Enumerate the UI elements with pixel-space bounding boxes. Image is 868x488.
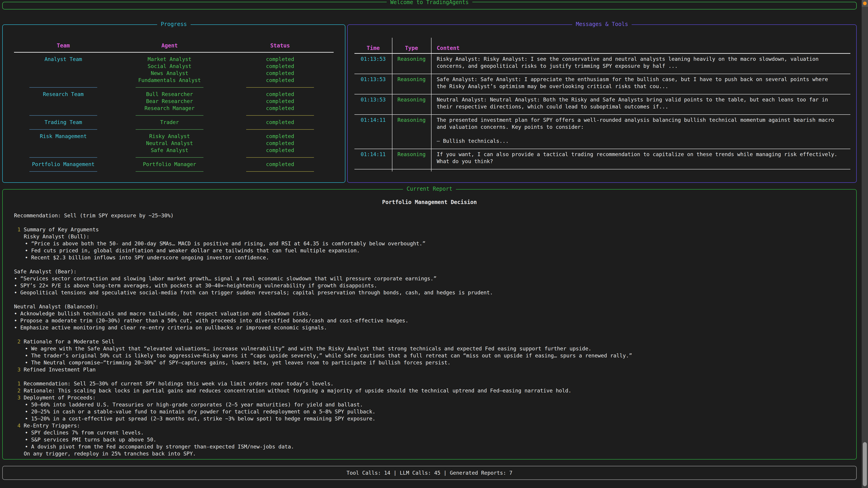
time-cell: 01:13:53 (354, 96, 392, 110)
separator-status (246, 157, 314, 158)
report-line: 3 Deployment of Proceeds: (3, 394, 856, 401)
report-line (3, 261, 856, 268)
progress-row: Trading TeamTradercompleted (13, 119, 334, 126)
column-header-type: Type (392, 45, 431, 51)
status-cell: completed (226, 70, 334, 77)
content-line: – Bullish technicals... (437, 138, 844, 144)
separator-team (29, 129, 97, 130)
separator-status (246, 115, 314, 116)
report-line: • We agree with the Safe Analyst that “e… (3, 345, 856, 352)
list-number: 1 (18, 381, 21, 387)
content-cell: Risky Analyst: Risky Analyst: I see the … (431, 56, 850, 70)
scrollbar-track[interactable] (862, 0, 868, 488)
report-line: • Fed cuts priced in, global disinflatio… (3, 247, 856, 254)
message-rows: 01:13:53ReasoningRisky Analyst: Risky An… (354, 54, 850, 169)
separator-team (29, 157, 97, 158)
time-cell: 01:13:53 (354, 56, 392, 70)
progress-row: News Analystcompleted (13, 70, 334, 77)
messages-table: Time Type Content 01:13:53ReasoningRisky… (354, 38, 850, 169)
agent-cell: Safe Analyst (113, 147, 226, 154)
column-header-agent: Agent (113, 41, 226, 50)
report-line: 1 Recommendation: Sell 25–30% of current… (3, 380, 856, 387)
separator-agent (135, 129, 204, 130)
progress-row: Fundamentals Analystcompleted (13, 77, 334, 84)
content-line: If you want, I can also provide a tactic… (437, 151, 844, 158)
scrollbar-thumb[interactable] (863, 442, 867, 486)
report-line (3, 296, 856, 303)
team-cell: Trading Team (13, 119, 113, 126)
team-cell (13, 63, 113, 70)
report-line: • Recent $2.3 billion inflows into SPY u… (3, 254, 856, 261)
team-cell (13, 147, 113, 154)
column-header-content: Content (431, 45, 850, 51)
type-cell: Reasoning (392, 96, 431, 110)
separator-cell (13, 129, 113, 130)
separator-cell (226, 171, 334, 172)
welcome-panel: Welcome to TradingAgents (2, 2, 857, 9)
content-line: their respective directions, which could… (437, 103, 844, 110)
agent-cell: Bear Researcher (113, 98, 226, 105)
status-cell: completed (226, 119, 334, 126)
report-body: Recommendation: Sell (trim SPY exposure … (3, 212, 856, 457)
separator-cell (13, 157, 113, 158)
progress-row: Analyst TeamMarket Analystcompleted (13, 56, 334, 63)
team-cell (13, 105, 113, 112)
time-cell: 01:14:11 (354, 117, 392, 144)
progress-row: Safe Analystcompleted (13, 147, 334, 154)
content-line: and valuation concerns. Key points to co… (437, 124, 844, 131)
column-header-status: Status (226, 41, 334, 50)
type-cell: Reasoning (392, 76, 431, 90)
terminal-screen: Welcome to TradingAgents Progress Team A… (0, 0, 868, 488)
time-cell: 01:13:53 (354, 76, 392, 90)
report-line: • Geopolitical tensions and speculative … (3, 289, 856, 296)
progress-panel-title: Progress (157, 21, 191, 27)
team-cell (13, 77, 113, 84)
status-cell: completed (226, 105, 334, 112)
separator-cell (13, 171, 113, 172)
agent-cell: Social Analyst (113, 63, 226, 70)
separator-cell (226, 157, 334, 158)
separator-cell (113, 87, 226, 88)
list-number: 3 (18, 395, 21, 400)
status-cell: completed (226, 63, 334, 70)
status-bar: Tool Calls: 14 | LLM Calls: 45 | Generat… (2, 466, 857, 480)
progress-panel: Progress Team Agent Status Analyst TeamM… (2, 24, 345, 183)
report-heading: Portfolio Management Decision (3, 199, 856, 205)
separator-team (29, 87, 97, 88)
separator-cell (113, 157, 226, 158)
content-line: The presented investment plan for SPY of… (437, 117, 844, 124)
scroll-top-button[interactable] (862, 0, 868, 7)
agent-cell: Neutral Analyst (113, 140, 226, 147)
report-line: Safe Analyst (Bear): (3, 268, 856, 275)
report-line (3, 219, 856, 226)
type-cell: Reasoning (392, 117, 431, 144)
list-number: 1 (18, 227, 21, 232)
status-cell: completed (226, 77, 334, 84)
report-line: Recommendation: Sell (trim SPY exposure … (3, 212, 856, 219)
status-cell: completed (226, 140, 334, 147)
report-line: • Acknowledge bullish technicals and mac… (3, 310, 856, 317)
group-separator-row (13, 112, 334, 119)
report-line: 3 Refined Investment Plan (3, 366, 856, 373)
separator-agent (135, 157, 204, 158)
report-line: 2 Rationale for a Moderate Sell (3, 338, 856, 345)
separator-agent (135, 115, 204, 116)
report-line: • A dovish pivot from the Fed accompanie… (3, 443, 856, 450)
status-cell: completed (226, 161, 334, 168)
separator-cell (113, 115, 226, 116)
report-line: 1 Summary of Key Arguments (3, 226, 856, 233)
report-line: • Propose a moderate trim (20–30%) rathe… (3, 317, 856, 324)
content-line: concerns, and geopolitical risks to just… (437, 63, 844, 70)
message-row: 01:13:53ReasoningNeutral Analyst: Neutra… (354, 94, 850, 115)
team-cell (13, 140, 113, 147)
progress-table: Team Agent Status Analyst TeamMarket Ana… (13, 41, 334, 175)
content-line: the Risky Analyst’s optimism may be over… (437, 83, 844, 90)
welcome-title: Welcome to TradingAgents (387, 0, 472, 5)
content-cell: Safe Analyst: Safe Analyst: I appreciate… (431, 76, 850, 90)
separator-cell (13, 115, 113, 116)
messages-table-header: Time Type Content (354, 38, 850, 53)
team-cell: Research Team (13, 91, 113, 98)
report-line (3, 331, 856, 338)
report-line: 4 Re-Entry Triggers: (3, 422, 856, 429)
report-line: • SPY declines 7% from current levels. (3, 429, 856, 436)
